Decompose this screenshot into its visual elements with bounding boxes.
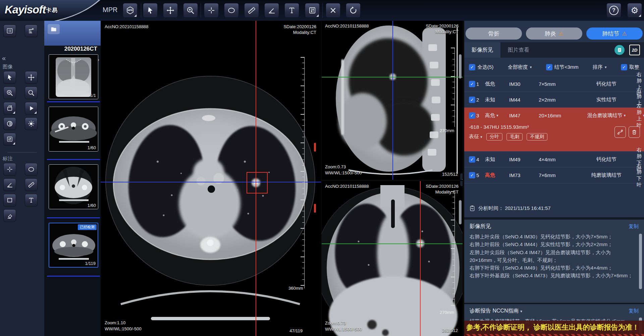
zoom-in-tool-button[interactable]: [183, 3, 198, 18]
checkbox-icon[interactable]: ✓: [469, 112, 475, 119]
thumbnail-ct-bone[interactable]: 1/60: [49, 164, 98, 209]
thumbnail-image-count: 1/1: [90, 93, 96, 98]
window-level-tool-button[interactable]: [305, 3, 320, 18]
warning-icon: ⚠: [559, 31, 564, 37]
zoom-in-tool-button[interactable]: [3, 87, 16, 99]
delete-nodule-button[interactable]: [629, 126, 640, 138]
reference-line-handle[interactable]: [314, 204, 316, 213]
nodule-row-4[interactable]: ✓ 4 未知 IM49 4×4mm 钙化结节 右肺下叶: [464, 151, 644, 167]
view-2d-toggle[interactable]: 2D: [629, 45, 640, 55]
text-tool-button[interactable]: [284, 3, 299, 18]
checkbox-icon[interactable]: ✓: [469, 81, 475, 87]
sagittal-scrollbar-thumb[interactable]: [459, 54, 462, 78]
annotate-section-label: 标注: [3, 156, 13, 162]
pan-tool-button[interactable]: [25, 71, 38, 84]
rotate-view-button[interactable]: [3, 102, 16, 115]
tab-pneumonia[interactable]: 肺炎⚠: [526, 27, 582, 40]
copy-findings-link[interactable]: 复制: [629, 223, 639, 230]
layout-close-button[interactable]: [25, 24, 38, 37]
angle-tool-button[interactable]: [3, 178, 16, 191]
follow-up-button[interactable]: [614, 126, 626, 138]
coronal-viewport[interactable]: 270mm AccNO:202101158888 SDate:20200126 …: [322, 181, 463, 336]
open-study-button[interactable]: [48, 24, 60, 34]
rectangle-tool-button[interactable]: [3, 194, 16, 207]
mpr-mode-button[interactable]: [123, 3, 138, 18]
nodule-row-3-selected[interactable]: ✓ 3 高危▾ IM47 20×16mm 混合磨玻璃结节▾ 左肺上叶▾ -618…: [464, 107, 644, 152]
ruler-tool-button[interactable]: [244, 3, 259, 18]
toolbar-separator: [201, 3, 201, 18]
crosshair-tool-button[interactable]: [3, 163, 16, 176]
axial-scale-label: 360mm: [288, 286, 303, 291]
toolbar-separator: [141, 3, 141, 18]
thumbnail-image-count: 1/60: [88, 203, 96, 208]
worklist-button[interactable]: [3, 24, 16, 37]
sagittal-accession: AccNO:202101158888: [325, 23, 369, 29]
reference-line-handle[interactable]: [314, 143, 316, 152]
sagittal-crosshair-vertical: [392, 21, 393, 180]
sort-dropdown[interactable]: 排序▾: [593, 64, 607, 70]
density-dropdown[interactable]: 全部密度▾: [508, 64, 532, 70]
eraser-tool-button[interactable]: [3, 209, 16, 222]
findings-scrollbar-thumb[interactable]: [639, 234, 642, 289]
feature-dropdown[interactable]: 表征 ▾: [469, 133, 482, 139]
cine-play-button[interactable]: [25, 102, 38, 115]
thumbnail-image-count: 1/60: [88, 145, 96, 150]
type-dropdown[interactable]: 混合磨玻璃结节▾: [576, 112, 637, 119]
tab-fracture[interactable]: 骨折: [466, 27, 522, 40]
sagittal-window: WW/WL:1500/-500: [325, 170, 362, 175]
nodule-row-5[interactable]: ✓ 5 高危 IM73 7×6mm 纯磨玻璃结节 右肺下叶: [464, 167, 644, 183]
nodule-roi-box[interactable]: [247, 172, 268, 193]
checkbox-icon[interactable]: ✓: [469, 156, 475, 163]
axial-viewport[interactable]: 360mm AccNO:202101158888 SDate:20200126 …: [101, 21, 321, 336]
risk-dropdown[interactable]: 高危▾: [485, 112, 509, 119]
select-all-checkbox[interactable]: ✓全选(5): [469, 64, 493, 70]
top-toolbar: Kayisoft卡易 MPR ? ⚙: [0, 0, 644, 21]
invert-tool-button[interactable]: [3, 117, 16, 130]
axial-modality: Modality:CT: [293, 30, 316, 35]
cursor-tool-button[interactable]: [143, 3, 158, 18]
angle-tool-button[interactable]: [264, 3, 279, 18]
subtab-image-view[interactable]: 图片查看: [500, 42, 537, 58]
nodule-row-2[interactable]: ✓ 2 未知 IM44 2×2mm 实性结节 右肺上叶: [464, 92, 644, 108]
delete-annotation-button[interactable]: [326, 3, 340, 18]
cursor-tool-button[interactable]: [3, 71, 16, 84]
text-tool-button[interactable]: [25, 194, 38, 207]
coronal-scrollbar-thumb[interactable]: [459, 200, 462, 224]
nodule-row-1[interactable]: ✓ 1 低危 IM30 7×5mm 钙化结节 右肺上叶: [464, 76, 644, 92]
tab-lung-nodule[interactable]: 肺结节⚠: [586, 27, 643, 40]
brightness-tool-button[interactable]: [25, 117, 38, 130]
settings-button[interactable]: ⚙: [627, 3, 642, 18]
thumbnail-scout-xray[interactable]: 1/1: [49, 54, 98, 99]
axial-ct-image: [101, 21, 321, 336]
thumbnail-separator: [47, 217, 100, 218]
round-checkbox[interactable]: ✓取整: [621, 64, 639, 70]
location-dropdown[interactable]: 左肺上叶▾: [637, 103, 644, 128]
sagittal-ct-image: [322, 21, 463, 180]
copy-report-link[interactable]: 复制: [629, 308, 639, 314]
reset-view-button[interactable]: [346, 3, 361, 18]
viewport-divider: [322, 180, 463, 181]
sagittal-viewport[interactable]: 270mm AccNO:202101158888 SDate:20200126 …: [322, 21, 463, 180]
report-bubble-button[interactable]: [614, 45, 625, 55]
disclaimer-marquee: 参考,不作诊断证明， 诊断以医生出具的诊断报告为准！: [464, 321, 644, 336]
checkbox-icon[interactable]: ✓: [469, 172, 475, 178]
checkbox-icon[interactable]: ✓: [469, 97, 475, 103]
ellipse-tool-button[interactable]: [224, 3, 239, 18]
crosshair-tool-button[interactable]: [204, 3, 219, 18]
sagittal-slice-index: 152/512: [442, 172, 458, 177]
subtab-bar: 影像所见 图片查看 2D: [464, 42, 644, 58]
ellipse-tool-button[interactable]: [25, 163, 38, 176]
subtab-findings[interactable]: 影像所见: [464, 42, 500, 58]
ruler-tool-button[interactable]: [25, 178, 38, 191]
thumbnail-ct-lung-selected[interactable]: 已经检测 1/119: [49, 223, 98, 268]
series-title: 20200126CT: [64, 46, 97, 52]
collapse-sidebar-button[interactable]: «: [2, 54, 6, 62]
small-nodule-checkbox[interactable]: ✓结节<3mm: [546, 64, 579, 70]
sagittal-zoom: Zoom:0.73: [325, 164, 346, 169]
report-title[interactable]: 诊断报告 NCCN指南 ▾: [470, 307, 522, 315]
magnify-tool-button[interactable]: [25, 87, 38, 99]
help-button[interactable]: ?: [606, 3, 621, 18]
window-level-tool-button[interactable]: [3, 133, 16, 146]
thumbnail-ct-mediastinum[interactable]: 1/60: [49, 107, 98, 152]
pan-tool-button[interactable]: [163, 3, 178, 18]
